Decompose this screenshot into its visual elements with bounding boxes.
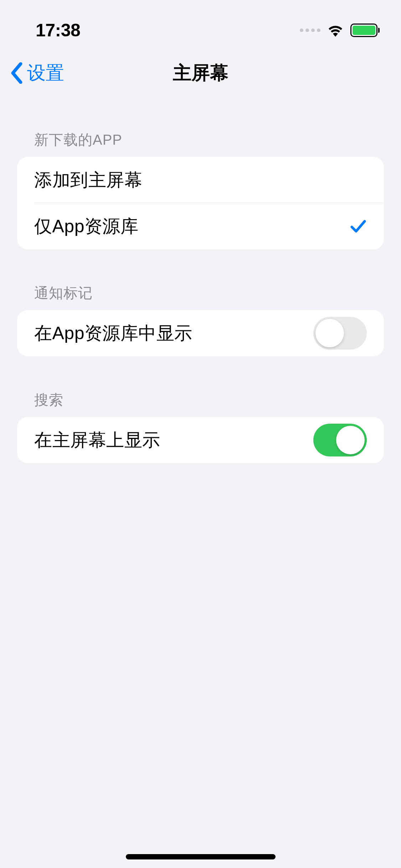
section-group: 在主屏幕上显示 (17, 417, 384, 463)
home-indicator[interactable] (126, 854, 276, 859)
status-bar: 17:38 (0, 0, 401, 50)
row-label: 在主屏幕上显示 (34, 428, 160, 452)
page-title: 主屏幕 (173, 61, 228, 86)
back-label: 设置 (27, 61, 64, 86)
section-header: 通知标记 (17, 283, 384, 310)
row-show-on-home-screen: 在主屏幕上显示 (17, 417, 384, 463)
section-header: 新下载的APP (17, 130, 384, 157)
section-group: 在App资源库中显示 (17, 310, 384, 356)
section-notification-badges: 通知标记 在App资源库中显示 (17, 283, 384, 356)
cellular-signal-icon (300, 29, 320, 32)
navigation-bar: 设置 主屏幕 (0, 50, 401, 96)
section-header: 搜索 (17, 390, 384, 417)
status-indicators (300, 24, 380, 37)
wifi-icon (327, 24, 344, 37)
row-label: 在App资源库中显示 (34, 321, 192, 345)
chevron-left-icon (11, 62, 24, 84)
option-add-to-home[interactable]: 添加到主屏幕 (17, 157, 384, 203)
toggle-show-in-app-library[interactable] (313, 317, 367, 350)
option-app-library-only[interactable]: 仅App资源库 (17, 203, 384, 249)
section-group: 添加到主屏幕 仅App资源库 (17, 157, 384, 249)
option-label: 仅App资源库 (34, 215, 138, 238)
section-search: 搜索 在主屏幕上显示 (17, 390, 384, 463)
back-button[interactable]: 设置 (11, 61, 64, 86)
option-label: 添加到主屏幕 (34, 168, 142, 192)
row-show-in-app-library: 在App资源库中显示 (17, 310, 384, 356)
status-time: 17:38 (36, 20, 80, 41)
toggle-show-on-home-screen[interactable] (313, 424, 367, 456)
settings-content: 新下载的APP 添加到主屏幕 仅App资源库 通知标记 在App资源库中显示 (0, 130, 401, 463)
battery-icon (350, 24, 380, 37)
checkmark-icon (350, 218, 367, 235)
section-new-downloads: 新下载的APP 添加到主屏幕 仅App资源库 (17, 130, 384, 249)
